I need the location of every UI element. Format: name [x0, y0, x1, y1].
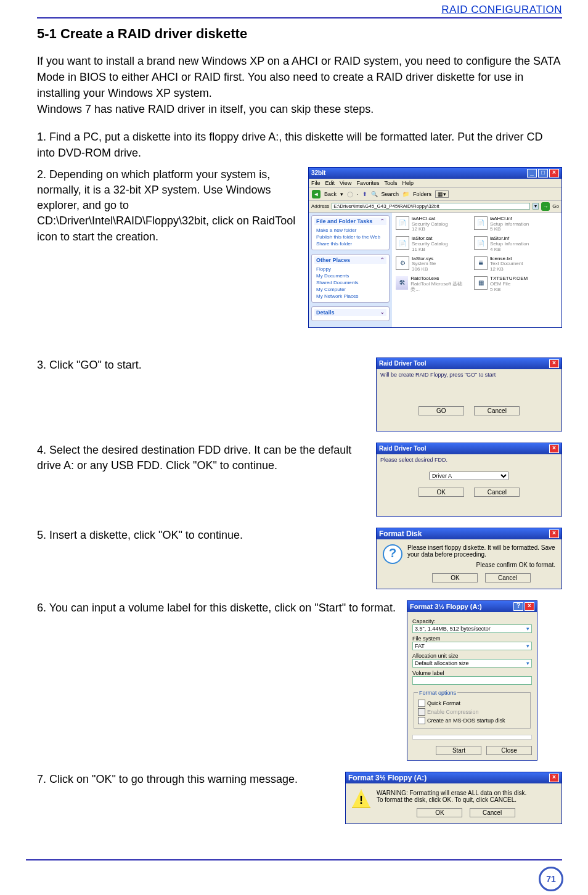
file-item[interactable]: 📄iaAHCI.infSetup Information5 KB [474, 216, 545, 232]
format-disk-dialog: Format Disk × ? Please insert floppy dis… [376, 528, 562, 589]
close-button[interactable]: Close [486, 746, 532, 755]
maximize-icon[interactable]: □ [538, 169, 548, 178]
page-number: 71 [539, 867, 563, 891]
place-item[interactable]: Shared Documents [314, 279, 386, 286]
collapse-icon[interactable]: ⌃ [380, 218, 385, 224]
folders-label[interactable]: Folders [413, 191, 431, 197]
place-item[interactable]: My Documents [314, 272, 386, 279]
raidtool-titlebar: Raid Driver Tool × [377, 443, 561, 454]
quick-format-check[interactable]: Quick Format [418, 700, 526, 707]
close-icon[interactable]: × [549, 444, 559, 453]
format-disk-msg1: Please insert floppy diskette. It will b… [407, 544, 555, 558]
capacity-label: Capacity: [412, 618, 532, 624]
menu-tools[interactable]: Tools [384, 180, 397, 186]
folders-icon[interactable]: 📁 [402, 191, 409, 197]
help-icon[interactable]: ? [513, 602, 523, 611]
search-label[interactable]: Search [382, 191, 399, 197]
ok-button[interactable]: OK [432, 573, 478, 582]
close-icon[interactable]: × [525, 602, 534, 611]
chevron-down-icon[interactable]: ▾ [526, 660, 529, 666]
task-item[interactable]: Publish this folder to the Web [314, 234, 386, 240]
address-drop-icon[interactable]: ▾ [533, 203, 539, 210]
start-button[interactable]: Start [436, 746, 481, 755]
menu-edit[interactable]: Edit [325, 180, 335, 186]
task-item[interactable]: Make a new folder [314, 227, 386, 234]
intro-text: If you want to install a brand new Windo… [37, 53, 562, 117]
format-warning-dialog: Format 3½ Floppy (A:) × WARNING: Formatt… [345, 772, 562, 824]
ok-button[interactable]: OK [419, 488, 464, 497]
go-label[interactable]: Go [552, 203, 559, 209]
format-window-screenshot: Format 3½ Floppy (A:) ? × Capacity: 3.5"… [407, 600, 562, 761]
format-warning-msg: WARNING: Formatting will erase ALL data … [377, 790, 555, 803]
inf-file-icon: 📄 [474, 216, 488, 230]
back-label[interactable]: Back [324, 191, 337, 197]
close-icon[interactable]: × [549, 359, 559, 368]
warning-icon [352, 790, 370, 808]
page-header: RAID CONFIGURATION [37, 4, 562, 16]
explorer-title-text: 32bit [311, 170, 325, 176]
volume-label-input[interactable] [412, 676, 532, 685]
cat-file-icon: 📄 [396, 216, 409, 230]
back-icon[interactable]: ◄ [312, 190, 321, 198]
question-icon: ? [383, 544, 402, 564]
cancel-button[interactable]: Cancel [474, 488, 520, 497]
cancel-button[interactable]: Cancel [474, 406, 520, 415]
close-icon[interactable]: × [549, 169, 559, 178]
footer-rule [26, 859, 562, 860]
format-window-title: Format 3½ Floppy (A:) [410, 603, 482, 610]
file-item[interactable]: 📄iaAHCI.catSecurity Catalog12 KB [396, 216, 467, 232]
collapse-icon[interactable]: ⌃ [380, 257, 385, 263]
task-item[interactable]: Share this folder [314, 240, 386, 247]
inf-file-icon: 📄 [474, 236, 488, 250]
fs-select[interactable]: FAT [415, 643, 425, 649]
format-window: Format 3½ Floppy (A:) ? × Capacity: 3.5"… [407, 600, 537, 761]
views-icon[interactable]: ▦▾ [435, 190, 449, 198]
raidtool-title: Raid Driver Tool [379, 360, 427, 367]
cat-file-icon: 📄 [396, 236, 409, 250]
au-label: Allocation unit size [412, 653, 532, 659]
fdd-select[interactable]: Driver A [429, 472, 509, 480]
close-icon[interactable]: × [549, 774, 559, 782]
step-6: 6. You can input a volume label for this… [37, 600, 407, 616]
file-item[interactable]: ≣license.txtText Document12 KB [474, 256, 545, 272]
format-disk-screenshot: Format Disk × ? Please insert floppy dis… [376, 528, 562, 589]
close-icon[interactable]: × [549, 529, 559, 538]
capacity-select[interactable]: 3.5", 1.44MB, 512 bytes/sector [415, 626, 491, 632]
menu-view[interactable]: View [340, 180, 351, 186]
menu-favorites[interactable]: Favorites [356, 180, 379, 186]
cancel-button[interactable]: Cancel [485, 573, 531, 582]
raidtool-fdd-screenshot: Raid Driver Tool × Please select desired… [376, 443, 562, 517]
raidtool-go-dialog: Raid Driver Tool × Will be create RAID F… [376, 358, 562, 431]
go-icon[interactable]: → [541, 202, 550, 211]
menu-file[interactable]: File [311, 180, 321, 186]
chevron-down-icon[interactable]: ▾ [526, 643, 529, 649]
place-item[interactable]: My Computer [314, 286, 386, 293]
fs-label: File system [412, 635, 532, 642]
address-field[interactable]: E:\Driver\Intel\G45_G43_P45\RAID\Floppy\… [332, 203, 530, 210]
file-item[interactable]: ▦TXTSETUP.OEMOEM File5 KB [474, 276, 545, 292]
address-label: Address [311, 203, 329, 209]
au-select[interactable]: Default allocation size [415, 660, 469, 666]
explorer-files: 📄iaAHCI.catSecurity Catalog12 KB 📄iaAHCI… [392, 213, 561, 327]
explorer-window-screenshot: 32bit _ □ × File Edit View Favorites Too… [308, 167, 562, 328]
msdos-startup-check[interactable]: Create an MS-DOS startup disk [418, 717, 526, 724]
explorer-menubar: File Edit View Favorites Tools Help [309, 179, 561, 188]
place-item[interactable]: Floppy [314, 266, 386, 272]
file-item[interactable]: 🛠RaidTool.exeRaidTool Microsoft 基础类... [396, 276, 467, 292]
expand-icon[interactable]: ⌄ [380, 309, 385, 316]
go-button[interactable]: GO [419, 406, 464, 415]
file-item[interactable]: 📄iaStor.infSetup Information4 KB [474, 236, 545, 252]
menu-help[interactable]: Help [402, 180, 414, 186]
format-warning-title: Format 3½ Floppy (A:) [348, 774, 427, 782]
ok-button[interactable]: OK [417, 808, 462, 817]
place-item[interactable]: My Network Places [314, 293, 386, 300]
explorer-toolbar: ◄ Back ▾ ◯ · ⬆ 🔍 Search 📁 Folders ▦▾ [309, 188, 561, 201]
explorer-addressbar: Address E:\Driver\Intel\G45_G43_P45\RAID… [309, 201, 561, 213]
format-disk-title: Format Disk [379, 529, 422, 538]
file-item[interactable]: 📄iaStor.catSecurity Catalog11 KB [396, 236, 467, 252]
chevron-down-icon[interactable]: ▾ [526, 626, 529, 632]
search-icon[interactable]: 🔍 [371, 191, 378, 197]
file-item[interactable]: ⚙IaStor.sysSystem file306 KB [396, 256, 467, 272]
minimize-icon[interactable]: _ [527, 169, 537, 178]
cancel-button[interactable]: Cancel [470, 808, 515, 817]
